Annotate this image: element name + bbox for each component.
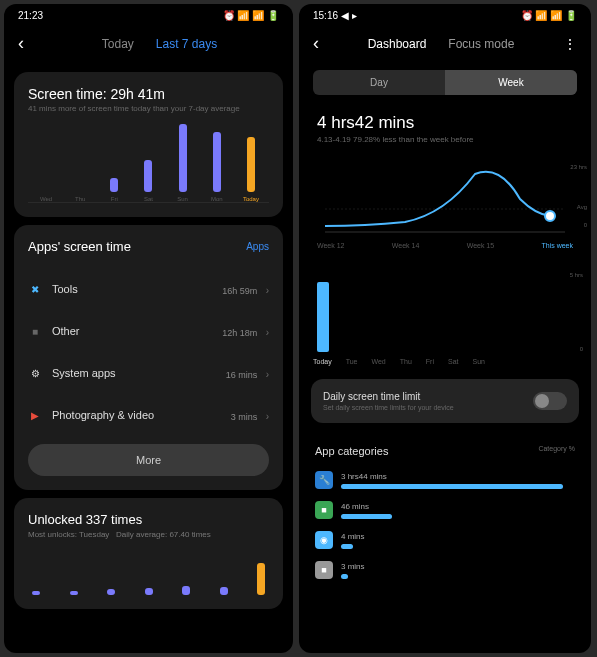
bar-label: Thu <box>75 196 85 202</box>
apps-title: Apps' screen time <box>28 239 131 254</box>
limit-title: Daily screen time limit <box>323 391 454 402</box>
category-time: 3 mins <box>341 562 575 571</box>
unlock-title: Unlocked 337 times <box>28 512 269 527</box>
app-row[interactable]: ✖ Tools 16h 59m › <box>28 268 269 310</box>
bar-col: Thu <box>66 192 94 202</box>
app-name: System apps <box>52 367 116 379</box>
weekly-line-chart: 23 hrs Avg 0 Week 12Week 14Week 15This w… <box>317 164 573 254</box>
app-row[interactable]: ⚙ System apps 16 mins › <box>28 352 269 394</box>
bar-col: Sun <box>169 124 197 202</box>
bar-col: Wed <box>32 192 60 202</box>
limit-card[interactable]: Daily screen time limit Set daily screen… <box>311 379 579 423</box>
daily-x-labels: TodayTueWedThuFriSatSun <box>313 358 577 365</box>
tab-focus[interactable]: Focus mode <box>448 37 514 51</box>
bar-label: Fri <box>111 196 118 202</box>
bar-col: Today <box>237 137 265 202</box>
back-icon[interactable]: ‹ <box>313 33 319 54</box>
screen-time-sub: 41 mins more of screen time today than y… <box>28 104 269 113</box>
category-time: 4 mins <box>341 532 575 541</box>
app-name: Other <box>52 325 80 337</box>
y-label-max: 23 hrs <box>570 164 587 170</box>
bar-label: Mon <box>211 196 223 202</box>
daily-x-label: Sat <box>448 358 459 365</box>
line-x-labels: Week 12Week 14Week 15This week <box>317 238 573 253</box>
category-bar <box>341 484 563 489</box>
app-row[interactable]: ■ Other 12h 18m › <box>28 310 269 352</box>
tab-last7[interactable]: Last 7 days <box>156 37 217 51</box>
total-sub: 4.13-4.19 79.28% less than the week befo… <box>299 133 591 154</box>
daily-x-label: Tue <box>346 358 358 365</box>
app-time: 16 mins <box>226 370 258 380</box>
nav-header: ‹ Today Last 7 days <box>4 23 293 64</box>
app-time: 12h 18m <box>222 328 257 338</box>
apps-card: Apps' screen time Apps ✖ Tools 16h 59m ›… <box>14 225 283 490</box>
chevron-right-icon: › <box>266 411 269 422</box>
category-row[interactable]: 🔧 3 hrs44 mins <box>299 465 591 495</box>
more-icon[interactable]: ⋮ <box>563 36 577 52</box>
line-x-label: Week 12 <box>317 242 345 249</box>
screen-today: 21:23 ⏰ 📶 📶 🔋 ‹ Today Last 7 days Screen… <box>4 4 293 653</box>
unlock-sub: Most unlocks: Tuesday Daily average: 67.… <box>28 530 269 539</box>
bar <box>247 137 255 192</box>
category-time: 46 mins <box>341 502 575 511</box>
bar-label: Sun <box>177 196 188 202</box>
tab-today[interactable]: Today <box>102 37 134 51</box>
unlock-bar <box>220 587 228 595</box>
bar-label: Sat <box>144 196 153 202</box>
screen-time-card: Screen time: 29h 41m 41 mins more of scr… <box>14 72 283 217</box>
status-time: 21:23 <box>18 10 43 21</box>
category-row[interactable]: ■ 46 mins <box>299 495 591 525</box>
bar <box>213 132 221 192</box>
status-icons: ⏰ 📶 📶 🔋 <box>521 10 577 21</box>
category-row[interactable]: ◉ 4 mins <box>299 525 591 555</box>
status-bar: 15:16 ◀ ▸ ⏰ 📶 📶 🔋 <box>299 4 591 23</box>
bar-col: Sat <box>134 160 162 202</box>
more-button[interactable]: More <box>28 444 269 476</box>
category-icon: 🔧 <box>315 471 333 489</box>
unlock-bar <box>107 589 115 595</box>
limit-sub: Set daily screen time limits for your de… <box>323 404 454 411</box>
segment-week[interactable]: Week <box>445 70 577 95</box>
limit-toggle[interactable] <box>533 392 567 410</box>
tab-dashboard[interactable]: Dashboard <box>368 37 427 51</box>
bar <box>110 178 118 192</box>
unlock-bar <box>70 591 78 595</box>
bar <box>179 124 187 192</box>
screen-time-title: Screen time: 29h 41m <box>28 86 269 102</box>
unlock-bar <box>182 586 190 595</box>
line-knob[interactable] <box>545 211 555 221</box>
apps-link[interactable]: Apps <box>246 241 269 252</box>
app-icon: ■ <box>28 324 42 338</box>
screen-time-chart: Wed Thu Fri Sat Sun Mon Today <box>28 125 269 203</box>
daily-x-label: Fri <box>426 358 434 365</box>
app-row[interactable]: ▶ Photography & video 3 mins › <box>28 394 269 436</box>
line-x-label: Week 15 <box>467 242 495 249</box>
bar-col: Fri <box>100 178 128 202</box>
daily-bar-chart: 5 hrs 0 <box>317 272 573 352</box>
tabs: Today Last 7 days <box>40 37 279 51</box>
app-icon: ⚙ <box>28 366 42 380</box>
y-label-min: 0 <box>584 222 587 228</box>
unlock-chart <box>28 555 269 595</box>
category-icon: ■ <box>315 501 333 519</box>
line-x-label: Week 14 <box>392 242 420 249</box>
tabs: Dashboard Focus mode <box>335 37 547 51</box>
category-bar <box>341 514 392 519</box>
daily-bar <box>317 282 329 353</box>
status-time: 15:16 ◀ ▸ <box>313 10 357 21</box>
line-x-label: This week <box>541 242 573 249</box>
app-name: Photography & video <box>52 409 154 421</box>
segment-day[interactable]: Day <box>313 70 445 95</box>
app-time: 16h 59m <box>222 286 257 296</box>
daily-x-label: Thu <box>400 358 412 365</box>
app-icon: ✖ <box>28 282 42 296</box>
app-name: Tools <box>52 283 78 295</box>
categories-header: App categories Category % <box>299 431 591 465</box>
categories-title: App categories <box>315 445 388 457</box>
chevron-right-icon: › <box>266 369 269 380</box>
line-svg <box>317 164 573 234</box>
back-icon[interactable]: ‹ <box>18 33 24 54</box>
bar-col: Mon <box>203 132 231 202</box>
category-bar <box>341 544 353 549</box>
category-row[interactable]: ■ 3 mins <box>299 555 591 585</box>
